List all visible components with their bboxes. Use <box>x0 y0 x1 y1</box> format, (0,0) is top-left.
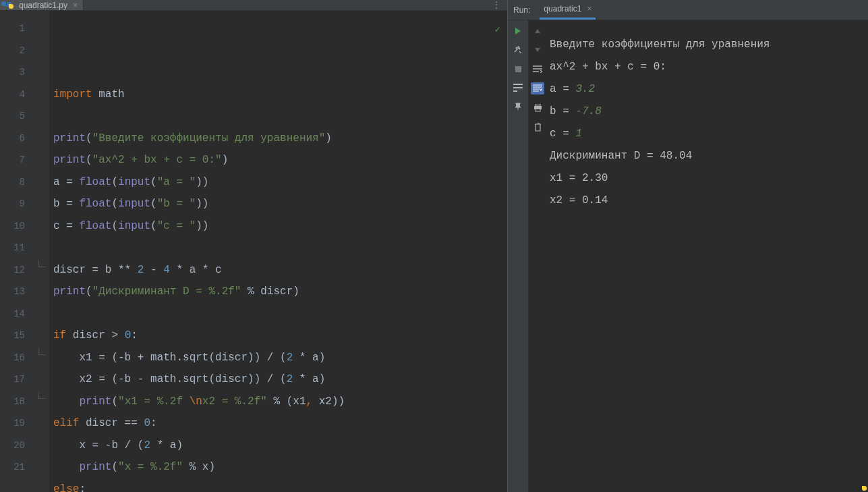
code-line: discr = b ** 2 - 4 * a * c <box>53 259 507 281</box>
output-line: c = 1 <box>550 123 865 145</box>
code-line <box>53 303 507 325</box>
pin-icon[interactable] <box>513 101 523 112</box>
editor-body: 123456789101112131415161718192021 ✓ impo… <box>0 11 507 492</box>
code-line: if discr > 0: <box>53 325 507 347</box>
line-number: 5 <box>0 105 25 128</box>
line-number: 21 <box>0 456 25 479</box>
output-line: x2 = 0.14 <box>550 190 865 212</box>
fold-marker-icon[interactable] <box>38 261 45 267</box>
print-icon[interactable] <box>532 103 543 113</box>
run-tab-label: quadratic1 <box>544 4 581 13</box>
line-number: 13 <box>0 281 25 303</box>
editor-tab[interactable]: quadratic1.py × <box>0 0 84 10</box>
stop-icon[interactable] <box>513 63 523 74</box>
editor-tab-bar: quadratic1.py × ⋮ <box>0 0 507 11</box>
svg-rect-4 <box>536 104 540 106</box>
code-line <box>53 105 507 128</box>
close-icon[interactable]: × <box>73 1 78 10</box>
line-number: 14 <box>0 303 25 325</box>
run-primary-toolbar <box>508 20 528 492</box>
output-line: a = 3.2 <box>550 78 865 101</box>
svg-rect-3 <box>513 90 517 92</box>
up-stack-icon[interactable] <box>532 26 543 36</box>
console-output[interactable]: Введите коэффициенты для уравненияax^2 +… <box>547 20 868 492</box>
line-number: 18 <box>0 391 25 413</box>
line-number: 16 <box>0 347 25 369</box>
code-line: c = float(input("c = ")) <box>53 215 507 238</box>
line-number: 15 <box>0 325 25 347</box>
fold-marker-icon[interactable] <box>38 348 45 355</box>
line-number: 10 <box>0 215 25 238</box>
layout-settings-icon[interactable] <box>513 82 523 93</box>
run-panel-title: Run: <box>513 5 530 15</box>
editor-tab-label: quadratic1.py <box>19 1 67 10</box>
line-number: 1 <box>0 18 25 40</box>
line-number: 9 <box>0 193 25 215</box>
output-line: Дискриминант D = 48.04 <box>550 145 865 167</box>
code-line: x = -b / (2 * a) <box>53 435 507 457</box>
line-number: 7 <box>0 149 25 171</box>
line-number: 12 <box>0 259 25 281</box>
line-number: 19 <box>0 412 25 435</box>
code-line: print("ax^2 + bx + c = 0:") <box>53 149 507 171</box>
scroll-to-end-icon[interactable] <box>531 82 544 94</box>
output-line: b = -7.8 <box>550 101 865 123</box>
output-line: ax^2 + bx + c = 0: <box>550 56 865 78</box>
fold-marker-icon[interactable] <box>38 392 45 399</box>
code-line: a = float(input("a = ")) <box>53 171 507 194</box>
code-line: elif discr == 0: <box>53 412 507 435</box>
code-line <box>53 237 507 259</box>
code-line: x2 = (-b - math.sqrt(discr)) / (2 * a) <box>53 368 507 391</box>
code-line: print("x1 = %.2f \nx2 = %.2f" % (x1, x2)… <box>53 391 507 413</box>
inspection-ok-icon[interactable]: ✓ <box>495 19 500 41</box>
code-line: print("x = %.2f" % x) <box>53 456 507 479</box>
line-number: 17 <box>0 368 25 391</box>
code-line: import math <box>53 84 507 106</box>
down-stack-icon[interactable] <box>532 45 543 55</box>
editor-pane: quadratic1.py × ⋮ 1234567891011121314151… <box>0 0 507 492</box>
rerun-icon[interactable] <box>513 26 523 36</box>
close-icon[interactable]: × <box>587 4 591 13</box>
line-number: 3 <box>0 61 25 84</box>
line-number: 2 <box>0 40 25 62</box>
trash-icon[interactable] <box>532 121 543 132</box>
line-number: 8 <box>0 171 25 194</box>
run-tab[interactable]: quadratic1 × <box>540 0 596 20</box>
tab-more-icon[interactable]: ⋮ <box>486 0 507 10</box>
code-line: else: <box>53 479 507 493</box>
run-header: Run: quadratic1 × <box>508 0 868 20</box>
settings-icon[interactable] <box>513 45 523 55</box>
code-editor[interactable]: ✓ import mathprint("Введите коэффициенты… <box>49 11 507 492</box>
line-number: 4 <box>0 84 25 106</box>
run-pane: Run: quadratic1 × <box>507 0 868 492</box>
code-line: print("Дискриминант D = %.2f" % discr) <box>53 281 507 303</box>
run-body: Введите коэффициенты для уравненияax^2 +… <box>508 20 868 492</box>
svg-rect-1 <box>513 84 523 85</box>
python-file-icon <box>5 1 15 10</box>
line-number-gutter: 123456789101112131415161718192021 <box>0 11 37 492</box>
line-number: 11 <box>0 237 25 259</box>
code-line: b = float(input("b = ")) <box>53 193 507 215</box>
svg-rect-2 <box>513 87 523 88</box>
line-number: 20 <box>0 435 25 457</box>
svg-rect-0 <box>515 66 521 72</box>
line-number: 6 <box>0 128 25 150</box>
output-line: Введите коэффициенты для уравнения <box>550 34 865 56</box>
output-line: x1 = 2.30 <box>550 167 865 190</box>
soft-wrap-icon[interactable] <box>532 63 543 74</box>
code-line: x1 = (-b + math.sqrt(discr)) / (2 * a) <box>53 347 507 369</box>
run-secondary-toolbar <box>528 20 547 492</box>
fold-column <box>37 11 49 492</box>
code-line: print("Введите коэффициенты для уравнени… <box>53 128 507 150</box>
